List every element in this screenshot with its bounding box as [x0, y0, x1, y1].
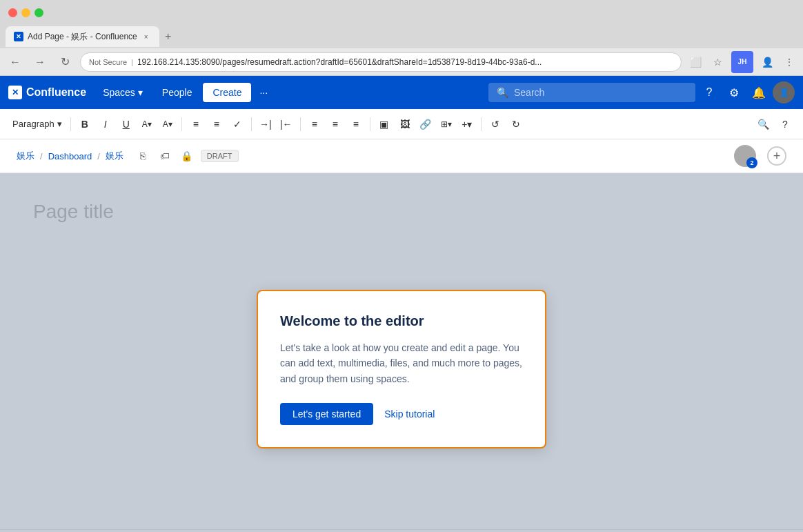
breadcrumb-icons: ⎘ 🏷 🔒 [135, 148, 195, 164]
copy-icon[interactable]: ⎘ [135, 148, 151, 164]
breadcrumb-item-2[interactable]: Dashboard [48, 151, 92, 161]
align-left-button[interactable]: ≡ [305, 115, 324, 134]
traffic-lights [8, 8, 43, 17]
paragraph-label: Paragraph [12, 119, 54, 129]
link-button[interactable]: 🔗 [416, 115, 435, 134]
help-toolbar-button[interactable]: ? [775, 115, 795, 134]
menu-button[interactable]: ⋮ [781, 54, 797, 70]
confluence-logo[interactable]: ✕ Confluence [8, 86, 86, 99]
forward-button[interactable]: → [30, 52, 50, 72]
text-color-button[interactable]: A▾ [137, 115, 157, 134]
bullet-list-button[interactable]: ≡ [186, 115, 206, 134]
breadcrumb-sep-1: / [40, 151, 43, 161]
task-list-button[interactable]: ✓ [228, 115, 247, 134]
title-bar [0, 0, 803, 25]
get-started-button[interactable]: Let's get started [280, 403, 373, 425]
welcome-modal: Welcome to the editor Let's take a look … [257, 290, 546, 449]
numbered-list-button[interactable]: ≡ [207, 115, 226, 134]
settings-button[interactable]: ⚙ [723, 81, 745, 104]
screenshot-icon[interactable]: ⬜ [687, 54, 704, 70]
search-placeholder: Search [514, 87, 544, 98]
paragraph-style-select[interactable]: Paragraph ▾ [8, 116, 66, 132]
spaces-label: Spaces [103, 87, 135, 98]
indent-left-button[interactable]: |← [277, 115, 296, 134]
underline-button[interactable]: U [117, 115, 136, 134]
nav-more-button[interactable]: ··· [254, 81, 273, 104]
text-highlight-button[interactable]: A▾ [158, 115, 177, 134]
address-field[interactable]: Not Secure | 192.168.214.135:8090/pages/… [80, 52, 682, 72]
modal-title: Welcome to the editor [280, 313, 523, 329]
align-right-button[interactable]: ≡ [346, 115, 366, 134]
undo-button[interactable]: ↺ [486, 115, 505, 134]
close-traffic-light[interactable] [8, 8, 17, 17]
avatar-icon[interactable]: 👤 [759, 54, 775, 70]
restrict-icon[interactable]: 🔒 [179, 148, 195, 164]
breadcrumb: 娱乐 / Dashboard / 娱乐 ⎘ 🏷 🔒 DRAFT 2 + [0, 139, 803, 173]
minimize-traffic-light[interactable] [21, 8, 30, 17]
nav-icons: ? ⚙ 🔔 👤 [698, 81, 795, 104]
insert-button[interactable]: +▾ [457, 115, 477, 134]
media-button[interactable]: 🖼 [395, 115, 415, 134]
toolbar-divider-1 [70, 117, 71, 131]
url-text: 192.168.214.135:8090/pages/resumedraft.a… [137, 57, 673, 67]
refresh-button[interactable]: ↻ [55, 52, 75, 72]
breadcrumb-sep-2: / [97, 151, 100, 161]
new-tab-button[interactable]: + [159, 28, 177, 46]
logo-text: Confluence [26, 86, 86, 99]
security-label: Not Secure [89, 58, 127, 66]
align-center-button[interactable]: ≡ [326, 115, 345, 134]
block-quote-button[interactable]: ▣ [375, 115, 394, 134]
search-bar[interactable]: 🔍 Search [488, 83, 695, 102]
tab-bar: ✕ Add Page - 娱乐 - Confluence × + [0, 25, 803, 48]
logo-icon: ✕ [8, 86, 22, 99]
main-content: 娱乐 / Dashboard / 娱乐 ⎘ 🏷 🔒 DRAFT 2 + Page… [0, 139, 803, 532]
address-bar: ← → ↻ Not Secure | 192.168.214.135:8090/… [0, 48, 803, 76]
notifications-button[interactable]: 🔔 [748, 81, 770, 104]
spaces-menu[interactable]: Spaces ▾ [95, 81, 151, 104]
breadcrumb-item-1[interactable]: 娱乐 [17, 150, 34, 162]
skip-tutorial-button[interactable]: Skip tutorial [381, 403, 437, 425]
toolbar-divider-4 [300, 117, 301, 131]
toolbar-divider-3 [251, 117, 252, 131]
toolbar-end: 🔍 ? [753, 115, 795, 134]
toolbar-divider-5 [370, 117, 370, 131]
active-tab[interactable]: ✕ Add Page - 娱乐 - Confluence × [6, 26, 159, 47]
tab-title: Add Page - 娱乐 - Confluence [28, 31, 137, 43]
italic-button[interactable]: I [96, 115, 115, 134]
people-menu[interactable]: People [154, 81, 201, 104]
create-button[interactable]: Create [203, 83, 251, 102]
address-bar-icons: ⬜ ☆ JH 👤 ⋮ [687, 51, 797, 73]
page-area: Page title Welcome to the editor Let's t… [0, 173, 803, 532]
user-avatar[interactable]: 👤 [773, 81, 795, 104]
toolbar-divider-2 [181, 117, 182, 131]
spaces-chevron: ▾ [138, 87, 143, 98]
modal-body: Let's take a look at how you create and … [280, 340, 523, 386]
help-button[interactable]: ? [698, 81, 720, 104]
indent-right-button[interactable]: →| [256, 115, 275, 134]
breadcrumb-item-3[interactable]: 娱乐 [106, 150, 123, 162]
tab-favicon: ✕ [14, 32, 23, 41]
people-label: People [162, 87, 192, 98]
redo-button[interactable]: ↻ [506, 115, 526, 134]
profile-button[interactable]: JH [731, 51, 753, 73]
author-avatar: 2 [734, 145, 756, 167]
label-icon[interactable]: 🏷 [157, 148, 173, 164]
search-icon: 🔍 [497, 87, 508, 98]
toolbar-divider-6 [481, 117, 482, 131]
modal-actions: Let's get started Skip tutorial [280, 403, 523, 425]
bookmark-icon[interactable]: ☆ [709, 54, 726, 70]
paragraph-chevron: ▾ [57, 119, 62, 129]
draft-badge: DRAFT [201, 150, 239, 162]
back-button[interactable]: ← [6, 52, 25, 72]
add-collaborator-button[interactable]: + [767, 146, 786, 166]
confluence-navbar: ✕ Confluence Spaces ▾ People Create ··· … [0, 76, 803, 109]
bold-button[interactable]: B [75, 115, 95, 134]
search-toolbar-button[interactable]: 🔍 [753, 115, 773, 134]
modal-overlay: Welcome to the editor Let's take a look … [0, 173, 803, 532]
editor-toolbar: Paragraph ▾ B I U A▾ A▾ ≡ ≡ ✓ →| |← ≡ ≡ … [0, 109, 803, 139]
maximize-traffic-light[interactable] [34, 8, 43, 17]
avatar-badge: 2 [746, 157, 757, 168]
tab-close-button[interactable]: × [141, 32, 151, 41]
table-button[interactable]: ⊞▾ [437, 115, 456, 134]
